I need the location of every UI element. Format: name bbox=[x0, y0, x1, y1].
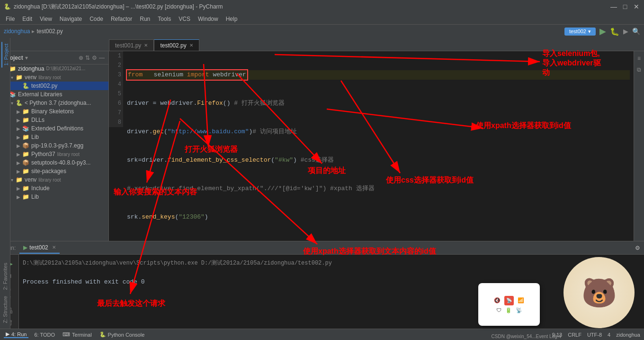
run-tab-test002[interactable]: ▶ test002 ✕ bbox=[19, 242, 59, 254]
tree-item-pip[interactable]: ▶ 📦 pip-19.0.3-py3.7.egg bbox=[0, 141, 108, 150]
tree-item-lib2[interactable]: ▶ 📁 Lib bbox=[0, 193, 108, 201]
encoding: UTF-8 bbox=[587, 332, 602, 338]
sidebar-dropdown-icon[interactable]: ▾ bbox=[25, 55, 28, 61]
sidebar-sync-icon[interactable]: ⇅ bbox=[85, 55, 90, 61]
search-button[interactable]: 🔍 bbox=[632, 28, 640, 35]
run-settings[interactable]: ⚙ bbox=[635, 245, 640, 251]
sidebar-hide-icon[interactable]: — bbox=[99, 55, 105, 61]
breadcrumb-file[interactable]: test002.py bbox=[36, 28, 63, 35]
line-endings: CRLF bbox=[568, 332, 581, 338]
menu-item-help[interactable]: Help bbox=[222, 15, 242, 23]
bottom-tab-todo[interactable]: 6: TODO bbox=[32, 332, 57, 338]
structure-icon[interactable]: ≡ bbox=[636, 53, 642, 64]
favorites-tab[interactable]: 2: Favorites bbox=[1, 261, 9, 292]
tree-label: zidonghua bbox=[18, 65, 44, 72]
titlebar: 🐍 zidonghua [D:\测试2012a\2105a\zidonghua]… bbox=[0, 0, 644, 13]
menu-item-vcs[interactable]: VCS bbox=[175, 15, 194, 23]
speaker-icon[interactable]: 🔇 bbox=[494, 297, 501, 303]
tree-item-binary-skeletons[interactable]: ▶ 📁 Binary Skeletons bbox=[0, 107, 108, 116]
folder-icon: 📁 bbox=[22, 185, 29, 192]
menubar: FileEditViewNavigateCodeRefactorRunTools… bbox=[0, 13, 644, 25]
run-tab-label: test002 bbox=[29, 244, 48, 251]
folder-icon: 📁 bbox=[15, 74, 23, 81]
menu-item-edit[interactable]: Edit bbox=[18, 15, 36, 23]
menu-item-navigate[interactable]: Navigate bbox=[56, 15, 86, 23]
tree-label: Binary Skeletons bbox=[31, 108, 74, 115]
tab-test002-close[interactable]: ✕ bbox=[189, 43, 193, 48]
python-console-icon: 🐍 bbox=[99, 331, 106, 338]
tree-label: venv bbox=[25, 74, 36, 81]
coverage-button[interactable]: ▶ bbox=[623, 28, 628, 35]
tree-item-setuptools[interactable]: ▶ 📦 setuptools-40.8.0-py3... bbox=[0, 158, 108, 167]
code-line-2: driver = webdriver.Firefox() # 打开火狐浏览器 bbox=[127, 99, 630, 108]
tree-item-include[interactable]: ▶ 📁 Include bbox=[0, 184, 108, 193]
tree-suffix: library root bbox=[57, 152, 80, 157]
tree-item-lib[interactable]: ▶ 📁 Lib bbox=[0, 133, 108, 141]
project-tab[interactable]: 1: Project bbox=[1, 42, 10, 67]
close-button[interactable]: ✕ bbox=[633, 3, 640, 10]
run-panel-header: Run: ▶ test002 ✕ ⚙ bbox=[0, 241, 644, 255]
python-icon: 🐍 bbox=[15, 100, 23, 106]
code-line-3: driver.get("http://www.baidu.com")# 访问项目… bbox=[127, 127, 630, 137]
code-line-1: from selenium import webdriver bbox=[127, 70, 630, 80]
menu-item-code[interactable]: Code bbox=[86, 15, 107, 23]
tree-arrow: ▶ bbox=[15, 126, 22, 131]
tree-item-site-packages[interactable]: ▶ 📁 site-packages bbox=[0, 167, 108, 175]
tree-item-extended-definitions[interactable]: ▶ 📚 Extended Definitions bbox=[0, 124, 108, 133]
network-icon[interactable]: 📡 bbox=[504, 296, 514, 305]
sidebar-header-icons: ⊕ ⇅ ⚙ — bbox=[79, 55, 105, 61]
tab-test002[interactable]: test002.py ✕ bbox=[154, 39, 199, 51]
menu-item-view[interactable]: View bbox=[36, 15, 56, 23]
menu-item-file[interactable]: File bbox=[2, 15, 18, 23]
csdn-second-row: 🛡 🔋 📡 bbox=[496, 307, 522, 313]
tree-item-venv[interactable]: ▾ 📁 venv library root bbox=[0, 73, 108, 82]
sidebar-add-icon[interactable]: ⊕ bbox=[79, 55, 83, 61]
code-content[interactable]: from selenium import webdriver driver = … bbox=[123, 51, 634, 241]
tree-item-python37-root[interactable]: ▶ 📁 Python37 library root bbox=[0, 150, 108, 158]
menu-item-run[interactable]: Run bbox=[136, 15, 154, 23]
tree-arrow: ▶ bbox=[15, 135, 22, 140]
code-editor[interactable]: 1 2 3 4 5 6 7 8 from selenium import web… bbox=[109, 51, 634, 241]
run-tab-close[interactable]: ✕ bbox=[52, 245, 56, 250]
shield-icon: 🛡 bbox=[496, 307, 501, 313]
tree-label: pip-19.0.3-py3.7.egg bbox=[31, 142, 83, 149]
tree-arrow: ▶ bbox=[15, 152, 22, 157]
folder-icon: 📁 bbox=[22, 108, 29, 115]
folder-icon: 📁 bbox=[22, 168, 29, 175]
breadcrumb-project[interactable]: zidonghua bbox=[4, 28, 30, 35]
battery-icon: 🔋 bbox=[505, 307, 512, 313]
indent-size: 4 bbox=[608, 332, 610, 338]
run-tab-icon: ▶ bbox=[6, 331, 9, 337]
bottom-tab-python-console[interactable]: 🐍 Python Console bbox=[98, 331, 147, 338]
tree-item-python37[interactable]: ▾ 🐍 < Python 3.7 (zidonghua... bbox=[0, 99, 108, 107]
egg-icon: 📦 bbox=[22, 142, 29, 149]
maximize-button[interactable]: □ bbox=[621, 3, 629, 10]
tree-item-zidonghua[interactable]: ▾ 📁 zidonghua D:\测试2012a\21... bbox=[0, 64, 108, 73]
hierarchy-icon[interactable]: ⧉ bbox=[636, 64, 642, 75]
folder-icon: 📁 bbox=[22, 117, 29, 123]
minimize-button[interactable]: — bbox=[610, 3, 617, 10]
titlebar-left: 🐍 zidonghua [D:\测试2012a\2105a\zidonghua]… bbox=[4, 3, 223, 11]
menu-item-refactor[interactable]: Refactor bbox=[107, 15, 136, 23]
tree-item-test002[interactable]: 🐍 test002.py bbox=[0, 82, 108, 90]
wifi-icon[interactable]: 📶 bbox=[518, 297, 524, 303]
tree-item-external-libraries[interactable]: ▾ 📚 External Libraries bbox=[0, 90, 108, 99]
csdn-icons-row: 🔇 📡 📶 bbox=[494, 296, 524, 305]
structure-tab[interactable]: Z: Structure bbox=[1, 294, 9, 325]
tree-item-dlls[interactable]: ▶ 📁 DLLs bbox=[0, 116, 108, 124]
run-config[interactable]: test002 ▾ bbox=[564, 28, 596, 36]
tree-item-venv2[interactable]: ▾ 📁 venv library root bbox=[0, 175, 108, 184]
run-button[interactable]: ▶ bbox=[599, 26, 606, 37]
bottom-tab-terminal[interactable]: ⌨ Terminal bbox=[61, 331, 94, 338]
menu-item-tools[interactable]: Tools bbox=[154, 15, 175, 23]
sidebar-settings-icon[interactable]: ⚙ bbox=[92, 55, 97, 61]
menu-item-window[interactable]: Window bbox=[194, 15, 222, 23]
titlebar-controls[interactable]: — □ ✕ bbox=[610, 3, 640, 10]
debug-button[interactable]: 🐛 bbox=[610, 27, 619, 36]
tab-test001-close[interactable]: ✕ bbox=[144, 43, 148, 48]
bottom-tab-run[interactable]: ▶ 4: Run bbox=[4, 331, 28, 338]
venv-name: zidonghua bbox=[616, 332, 640, 338]
tab-test001[interactable]: test001.py ✕ bbox=[109, 39, 154, 51]
tree-label: Include bbox=[31, 185, 50, 192]
tree-arrow: ▶ bbox=[15, 109, 22, 114]
